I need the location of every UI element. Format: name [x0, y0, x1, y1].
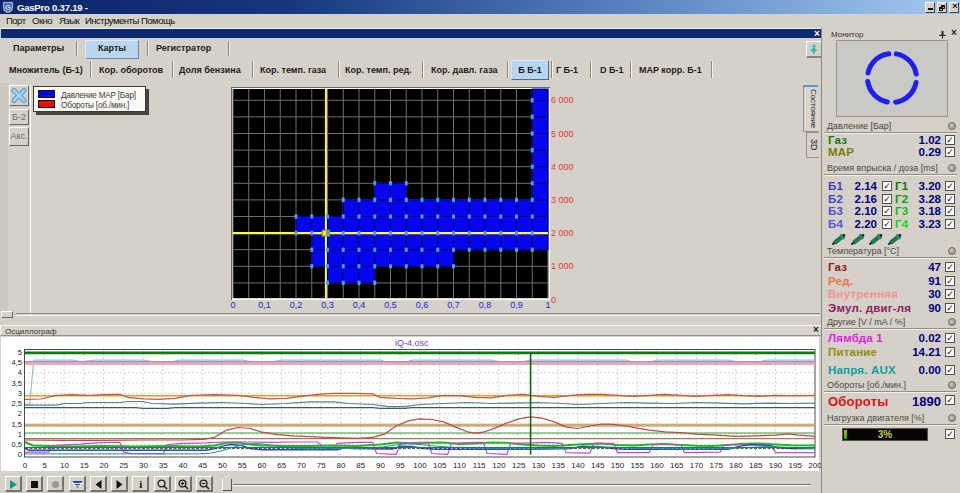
- svg-text:145: 145: [591, 461, 605, 470]
- svg-text:0,6: 0,6: [416, 300, 429, 310]
- svg-text:0,4: 0,4: [353, 300, 366, 310]
- svg-text:0: 0: [23, 461, 28, 470]
- svg-text:5: 5: [18, 348, 22, 357]
- svg-text:2,5: 2,5: [12, 399, 22, 408]
- svg-text:185: 185: [749, 461, 763, 470]
- svg-text:30: 30: [139, 461, 148, 470]
- svg-text:4 000: 4 000: [551, 162, 574, 172]
- svg-text:0,2: 0,2: [290, 300, 303, 310]
- svg-text:1: 1: [545, 300, 550, 310]
- svg-text:0,5: 0,5: [12, 440, 22, 449]
- svg-text:85: 85: [356, 461, 365, 470]
- svg-text:2: 2: [18, 409, 22, 418]
- svg-text:115: 115: [473, 461, 486, 470]
- svg-text:190: 190: [769, 461, 783, 470]
- svg-text:0,1: 0,1: [258, 300, 271, 310]
- svg-text:3,5: 3,5: [12, 379, 22, 388]
- svg-text:50: 50: [218, 461, 227, 470]
- svg-text:3 000: 3 000: [551, 195, 574, 205]
- svg-text:3: 3: [18, 389, 22, 398]
- svg-text:125: 125: [512, 461, 526, 470]
- svg-text:180: 180: [729, 461, 743, 470]
- svg-text:160: 160: [650, 461, 664, 470]
- svg-text:60: 60: [258, 461, 267, 470]
- svg-text:1: 1: [18, 430, 22, 439]
- svg-text:40: 40: [179, 461, 188, 470]
- svg-text:4: 4: [18, 368, 22, 377]
- svg-text:120: 120: [492, 461, 506, 470]
- svg-text:130: 130: [532, 461, 546, 470]
- svg-text:1 000: 1 000: [551, 261, 574, 271]
- svg-text:0,7: 0,7: [447, 300, 460, 310]
- svg-text:170: 170: [690, 461, 704, 470]
- svg-text:25: 25: [119, 461, 128, 470]
- svg-text:15: 15: [80, 461, 89, 470]
- svg-text:105: 105: [433, 461, 447, 470]
- svg-text:6 000: 6 000: [551, 95, 574, 105]
- svg-text:55: 55: [238, 461, 247, 470]
- svg-text:5 000: 5 000: [551, 129, 574, 139]
- svg-text:90: 90: [376, 461, 385, 470]
- svg-text:195: 195: [789, 461, 803, 470]
- svg-text:0: 0: [18, 450, 22, 459]
- svg-text:140: 140: [571, 461, 585, 470]
- svg-text:35: 35: [159, 461, 168, 470]
- svg-text:1,5: 1,5: [12, 420, 22, 429]
- svg-text:75: 75: [317, 461, 326, 470]
- svg-text:65: 65: [277, 461, 286, 470]
- svg-text:iQ-4.osc: iQ-4.osc: [395, 338, 429, 348]
- svg-text:0,8: 0,8: [479, 300, 492, 310]
- svg-text:G: G: [5, 3, 11, 12]
- svg-text:4,5: 4,5: [12, 358, 22, 367]
- svg-text:0: 0: [551, 295, 556, 305]
- svg-text:135: 135: [552, 461, 566, 470]
- svg-text:165: 165: [670, 461, 684, 470]
- svg-text:95: 95: [396, 461, 405, 470]
- svg-text:70: 70: [297, 461, 306, 470]
- svg-text:20: 20: [100, 461, 109, 470]
- svg-text:2 000: 2 000: [551, 228, 574, 238]
- svg-text:45: 45: [198, 461, 207, 470]
- svg-text:10: 10: [60, 461, 69, 470]
- svg-text:100: 100: [413, 461, 427, 470]
- svg-text:5: 5: [43, 461, 48, 470]
- svg-text:0: 0: [230, 300, 235, 310]
- svg-text:80: 80: [337, 461, 346, 470]
- svg-text:110: 110: [453, 461, 466, 470]
- svg-text:155: 155: [631, 461, 645, 470]
- svg-text:150: 150: [611, 461, 625, 470]
- svg-text:175: 175: [710, 461, 724, 470]
- svg-text:0,5: 0,5: [384, 300, 397, 310]
- svg-text:0,9: 0,9: [510, 300, 523, 310]
- svg-text:0,3: 0,3: [321, 300, 334, 310]
